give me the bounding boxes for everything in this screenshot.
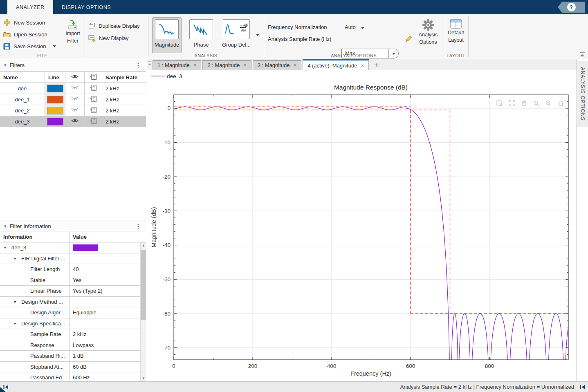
titlebar: ANALYZER DISPLAY OPTIONS ? <box>0 0 588 14</box>
magnitude-button[interactable]: Magnitude <box>152 17 182 53</box>
tree-expand-icon[interactable]: ▾ <box>4 245 6 250</box>
filter-row-dee_1[interactable]: dee_12 kHz <box>0 94 146 105</box>
line-color-swatch[interactable] <box>47 118 63 125</box>
display-tab-label: 2 : Magnitude <box>207 62 240 68</box>
display-tab-3[interactable]: 3 : Magnitude× <box>253 60 301 70</box>
eye-open-icon[interactable] <box>71 118 79 125</box>
freq-normalization-dropdown[interactable]: Auto <box>345 24 364 30</box>
info-row-design-specifica-[interactable]: ▾Design Specifica... <box>0 318 146 329</box>
save-session-icon <box>3 43 10 50</box>
fit-view-icon[interactable] <box>508 100 515 107</box>
zoom-out-icon[interactable] <box>545 100 552 107</box>
display-tab-4[interactable]: 4 (active): Magnitude× <box>303 59 369 70</box>
filter-row-dee_3[interactable]: dee_32 kHz <box>0 116 146 127</box>
info-value: 40 <box>70 266 79 272</box>
info-row-design-method-[interactable]: ▾Design Method ... <box>0 297 146 308</box>
scroll-down-icon[interactable]: ▼ <box>141 375 146 381</box>
new-display-button[interactable]: New Display <box>88 35 128 42</box>
new-session-button[interactable]: New Session <box>3 18 45 27</box>
info-label: FIR Digital Filter ... <box>21 255 65 262</box>
eye-closed-icon[interactable] <box>71 107 79 114</box>
filter-info-icon[interactable] <box>90 118 97 125</box>
scrollbar-thumb[interactable] <box>141 250 146 320</box>
duplicate-display-button[interactable]: Duplicate Display <box>88 22 139 29</box>
display-tab-label: 3 : Magnitude <box>258 62 290 68</box>
filter-info-menu-icon[interactable]: ⋮ <box>135 223 141 229</box>
open-session-button[interactable]: Open Session <box>3 30 47 39</box>
filter-row-dee_2[interactable]: dee_22 kHz <box>0 105 146 116</box>
eye-closed-icon[interactable] <box>71 96 79 103</box>
filter-info-icon[interactable] <box>90 96 97 103</box>
import-filter-button[interactable]: Import Filter <box>62 19 83 45</box>
eye-closed-icon[interactable] <box>71 85 79 92</box>
visibility-column-icon <box>71 74 79 81</box>
tree-expand-icon[interactable]: ▾ <box>14 300 16 304</box>
default-layout-label1: Default <box>448 29 464 36</box>
filter-info-collapse-icon[interactable]: ▾ <box>4 224 7 229</box>
info-label: Filter Length <box>30 266 60 272</box>
x-axis-label: Frequency (Hz) <box>350 370 391 377</box>
close-tab-icon[interactable]: × <box>361 63 364 69</box>
filter-sample-rate: 2 kHz <box>102 85 119 92</box>
tabbar-grip-icon[interactable] <box>148 61 151 65</box>
filter-info-icon[interactable] <box>90 107 97 114</box>
filters-panel-title: Filters <box>10 62 25 68</box>
info-label: Passband Ed <box>30 374 62 381</box>
filter-sample-rate: 2 kHz <box>102 96 119 103</box>
edit-sample-rate-icon[interactable] <box>404 36 412 43</box>
home-icon[interactable] <box>557 100 564 107</box>
filters-collapse-icon[interactable]: ▾ <box>4 63 7 68</box>
info-row-fir-digital-filter-[interactable]: ▾FIR Digital Filter ... <box>0 253 146 264</box>
filter-info-table-header: InformationValue <box>0 231 146 242</box>
tree-expand-icon[interactable]: ▾ <box>14 256 16 261</box>
tree-expand-icon[interactable]: ▾ <box>14 321 16 326</box>
save-session-button[interactable]: Save Session <box>3 42 56 51</box>
open-session-icon <box>3 31 11 38</box>
group-delay-button[interactable]: −∂ϕ ∂ω Group Del... <box>220 17 253 53</box>
analysis-options-side-tab[interactable]: ANALYSIS OPTIONS <box>577 61 588 127</box>
close-tab-icon[interactable]: × <box>243 62 247 68</box>
info-label: Sample Rate <box>30 331 61 337</box>
close-tab-icon[interactable]: × <box>294 62 297 68</box>
filter-info-icon[interactable] <box>90 85 97 92</box>
phase-button[interactable]: Phase <box>186 17 216 53</box>
collapse-ribbon-button[interactable] <box>579 52 585 56</box>
filter-name: dee_2 <box>15 108 29 114</box>
filter-info-scrollbar[interactable]: ▲ ▼ <box>140 242 146 381</box>
filter-name: dee_3 <box>15 119 29 125</box>
line-color-swatch[interactable] <box>47 96 63 103</box>
save-session-label: Save Session <box>13 43 46 49</box>
zoom-in-icon[interactable] <box>533 100 540 107</box>
tab-display-options[interactable]: DISPLAY OPTIONS <box>53 0 119 14</box>
analysis-options-button[interactable]: Analysis Options <box>415 19 442 46</box>
y-tick-label: -70 <box>162 345 171 351</box>
display-tab-1[interactable]: 1 : Magnitude× <box>153 60 201 70</box>
filter-row-dee[interactable]: dee2 kHz <box>0 83 146 94</box>
y-tick-label: -10 <box>162 139 171 146</box>
collapse-right-panel-icon[interactable] <box>579 385 585 390</box>
export-icon[interactable] <box>496 100 503 107</box>
scroll-up-icon[interactable]: ▲ <box>141 242 146 249</box>
save-session-dropdown-icon[interactable] <box>53 45 56 47</box>
info-row-sample-rate: Sample Rate2 kHz <box>0 329 146 340</box>
pan-icon[interactable] <box>521 100 527 107</box>
magnitude-label: Magnitude <box>155 42 180 48</box>
default-layout-button[interactable]: Default Layout <box>444 19 467 44</box>
info-row-dee-3[interactable]: ▾dee_3 <box>0 242 146 253</box>
ribbon: New Session Open Session Save Session <box>0 14 588 59</box>
new-display-icon <box>88 35 96 42</box>
filters-menu-icon[interactable]: ⋮ <box>135 62 141 68</box>
help-button[interactable]: ? <box>558 2 585 13</box>
add-display-tab-button[interactable]: + <box>370 61 382 68</box>
tab-analyzer[interactable]: ANALYZER <box>7 0 53 14</box>
display-tab-2[interactable]: 2 : Magnitude× <box>202 60 251 70</box>
ribbon-divider <box>264 16 264 57</box>
group-delay-icon: −∂ϕ ∂ω <box>223 19 250 39</box>
line-color-swatch[interactable] <box>47 85 63 92</box>
analysis-gallery-dropdown-icon[interactable] <box>256 34 259 36</box>
filter-info-panel-title: Filter Information <box>10 223 51 229</box>
line-color-swatch[interactable] <box>47 107 63 114</box>
close-tab-icon[interactable]: × <box>193 62 197 68</box>
phase-label: Phase <box>194 42 209 48</box>
duplicate-display-icon <box>88 22 95 29</box>
